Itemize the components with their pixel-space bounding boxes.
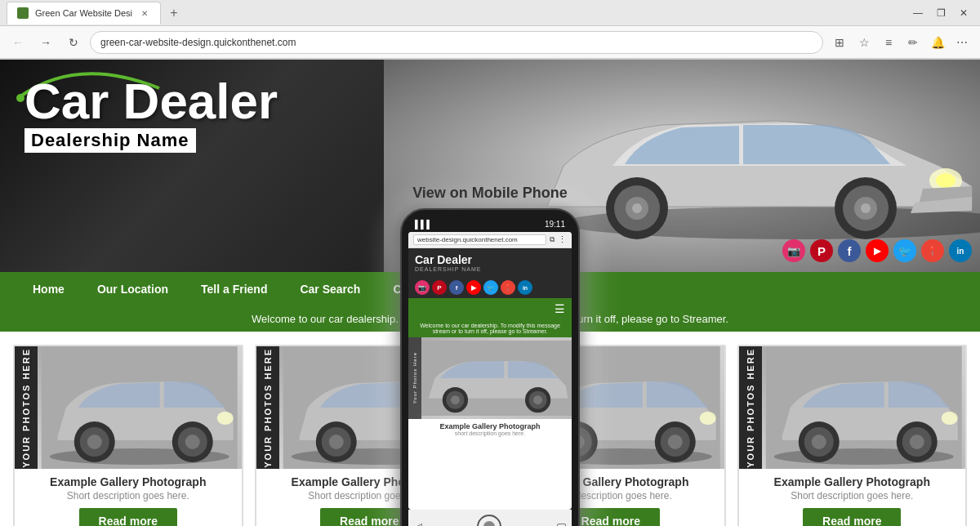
tab-favicon (17, 7, 29, 19)
svg-point-39 (700, 412, 716, 425)
phone-home-button (477, 515, 501, 526)
gallery-car-4 (762, 346, 966, 469)
notifications-icon[interactable]: 🔔 (926, 31, 949, 54)
maximize-button[interactable]: ❐ (931, 3, 951, 23)
phone-linkedin-icon: in (518, 280, 532, 295)
phone-hamburger-icon: ☰ (555, 302, 565, 315)
phone-tab-icon: ⧉ (550, 235, 555, 244)
gallery-photos-text-4: Your Photos Here (746, 348, 755, 468)
browser-toolbar: ← → ↻ green-car-website-design.quickonth… (0, 26, 980, 59)
tab-strip: Green Car Website Desi ✕ + (7, 2, 908, 25)
svg-point-17 (87, 435, 102, 449)
phone-menu-icon: ⋮ (558, 234, 567, 245)
phone-site-header: Car Dealer DEALERSHIP NAME (408, 248, 572, 277)
phone-overlay-label: View on Mobile Phone (400, 185, 580, 202)
map-icon[interactable]: 📍 (921, 239, 944, 262)
gallery-photos-text-1: Your Photos Here (21, 348, 31, 468)
forward-button[interactable]: → (34, 31, 57, 54)
phone-recent-icon: ▢ (556, 520, 567, 526)
svg-point-10 (861, 203, 871, 213)
tab-close-button[interactable]: ✕ (139, 7, 150, 19)
phone-facebook-icon: f (449, 280, 464, 295)
read-more-btn-4[interactable]: Read more (803, 508, 901, 526)
gallery-car-svg-1 (38, 346, 242, 469)
edit-icon[interactable]: ✏ (902, 31, 924, 54)
mobile-phone-overlay: View on Mobile Phone ▌▌▌ 19:11 website-d… (400, 185, 580, 526)
gallery-desc-4: Short description goes here. (791, 490, 913, 501)
phone-map-icon: 📍 (501, 280, 515, 295)
phone-twitter-icon: 🐦 (483, 280, 498, 295)
youtube-icon[interactable]: ▶ (866, 239, 889, 262)
nav-home[interactable]: Home (16, 272, 81, 306)
phone-logo-text: Car Dealer (415, 253, 481, 266)
favorites-icon[interactable]: ☆ (853, 31, 875, 54)
twitter-icon[interactable]: 🐦 (893, 239, 916, 262)
gallery-card-1: Your Photos Here (13, 345, 243, 526)
menu-icon[interactable]: ≡ (877, 31, 900, 54)
phone-pinterest-icon: P (432, 280, 447, 295)
svg-point-52 (451, 395, 460, 404)
phone-address-bar: website-design.quickonthenet.com ⧉ ⋮ (408, 232, 572, 248)
svg-point-48 (941, 412, 957, 425)
toolbar-actions: ⊞ ☆ ≡ ✏ 🔔 ⋯ (828, 31, 973, 54)
phone-back-icon: ◁ (413, 520, 422, 526)
svg-point-20 (185, 435, 200, 449)
refresh-button[interactable]: ↻ (62, 31, 85, 54)
gallery-img-1: Your Photos Here (15, 346, 242, 469)
window-controls: — ❐ ✕ (908, 3, 973, 23)
linkedin-icon[interactable]: in (949, 239, 972, 262)
browser-chrome: Green Car Website Desi ✕ + — ❐ ✕ ← → ↻ g… (0, 0, 980, 60)
phone-social-row: 📷 P f ▶ 🐦 📍 in (408, 277, 572, 298)
phone-address-input: website-design.quickonthenet.com (413, 234, 546, 245)
gallery-card-4: Your Photos Here (737, 345, 968, 526)
pinterest-icon[interactable]: P (810, 239, 833, 262)
phone-gallery-img: Your Photos Here (408, 337, 572, 419)
phone-gallery-label-text: Your Photos Here (412, 352, 417, 403)
back-button[interactable]: ← (7, 31, 29, 54)
nav-friend[interactable]: Tell a Friend (185, 272, 283, 306)
svg-point-0 (16, 94, 24, 102)
phone-device: ▌▌▌ 19:11 website-design.quickonthenet.c… (400, 208, 580, 526)
active-tab[interactable]: Green Car Website Desi ✕ (7, 2, 161, 25)
phone-time: 19:11 (545, 220, 565, 229)
website-content: Car Dealer Dealership Name (0, 60, 980, 526)
svg-point-21 (217, 412, 234, 425)
close-button[interactable]: ✕ (954, 3, 973, 23)
nav-car-search[interactable]: Car Search (283, 272, 376, 306)
gallery-car-1 (38, 346, 242, 469)
reader-view-icon[interactable]: ⊞ (828, 31, 851, 54)
address-bar[interactable]: green-car-website-design.quickonthenet.c… (90, 31, 823, 54)
instagram-icon[interactable]: 📷 (782, 239, 805, 262)
hero-left: Car Dealer Dealership Name (0, 60, 384, 272)
gallery-title-1: Example Gallery Photograph (50, 475, 206, 488)
gallery-photos-text-2: Your Photos Here (263, 348, 273, 468)
phone-status-bar: ▌▌▌ 19:11 (408, 220, 572, 232)
phone-gallery-info: Example Gallery Photograph short descrip… (408, 419, 572, 441)
gallery-info-4: Example Gallery Photograph Short descrip… (739, 469, 966, 526)
phone-home-circle-icon (483, 521, 495, 526)
facebook-icon[interactable]: f (838, 239, 861, 262)
svg-point-26 (328, 435, 343, 449)
gallery-img-4: Your Photos Here (739, 346, 966, 469)
svg-point-38 (668, 435, 683, 449)
gallery-section: Your Photos Here (0, 332, 980, 526)
phone-nav: ☰ (408, 298, 572, 319)
nav-location[interactable]: Our Location (81, 272, 185, 306)
phone-car-svg (421, 337, 572, 419)
svg-point-12 (936, 173, 956, 188)
hero-logo: Car Dealer Dealership Name (24, 76, 278, 153)
gallery-title-4: Example Gallery Photograph (774, 475, 930, 488)
gallery-photos-label-2: Your Photos Here (256, 346, 279, 469)
svg-point-47 (909, 435, 924, 449)
gallery-photos-label-4: Your Photos Here (739, 346, 762, 469)
phone-signal: ▌▌▌ (415, 220, 432, 229)
minimize-button[interactable]: — (908, 3, 928, 23)
more-icon[interactable]: ⋯ (951, 31, 973, 54)
gallery-car-svg-4 (762, 346, 966, 469)
phone-logo: Car Dealer DEALERSHIP NAME (415, 253, 481, 272)
read-more-btn-1[interactable]: Read more (79, 508, 177, 526)
browser-titlebar: Green Car Website Desi ✕ + — ❐ ✕ (0, 0, 980, 26)
phone-welcome-banner: Welcome to our car dealership. To modify… (408, 319, 572, 337)
new-tab-button[interactable]: + (164, 3, 184, 23)
gallery-info-1: Example Gallery Photograph Short descrip… (15, 469, 242, 526)
